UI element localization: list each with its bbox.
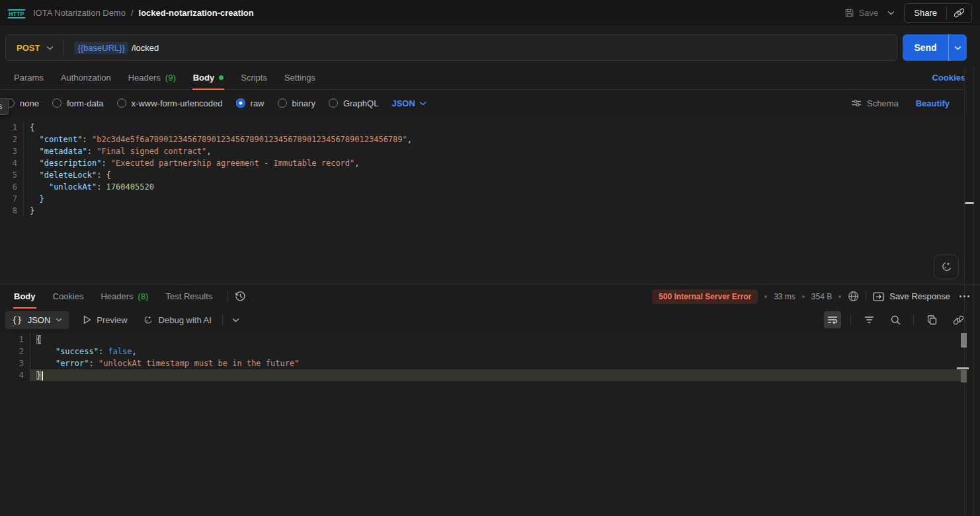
network-globe-icon[interactable] xyxy=(848,291,859,302)
line-content[interactable]: "description": "Executed partnership agr… xyxy=(24,157,964,169)
overview-ruler-strip xyxy=(957,367,969,369)
breadcrumb-collection[interactable]: IOTA Notarization Demo xyxy=(33,8,126,18)
send-button[interactable]: Send xyxy=(903,34,948,61)
beautify-button[interactable]: Beautify xyxy=(916,98,950,108)
status-badge[interactable]: 500 Internal Server Error xyxy=(652,289,758,304)
breadcrumb-separator: / xyxy=(131,8,134,18)
code-line[interactable]: 7 } xyxy=(0,193,964,205)
line-content[interactable]: { xyxy=(24,122,964,133)
panel-resize-handle[interactable] xyxy=(965,202,974,204)
save-options-chevron-icon[interactable] xyxy=(887,11,895,15)
response-history-icon[interactable] xyxy=(235,291,246,302)
tab-params[interactable]: Params xyxy=(5,66,52,89)
radio-raw[interactable] xyxy=(236,98,245,108)
method-selector[interactable]: POST xyxy=(6,43,46,53)
line-content[interactable]: } xyxy=(30,369,962,381)
more-tools-chevron-icon[interactable] xyxy=(232,318,239,322)
body-type-x-www-form-urlencoded[interactable]: x-www-form-urlencoded xyxy=(117,98,223,108)
code-line[interactable]: 6 "unlockAt": 1760405520 xyxy=(0,181,964,193)
response-time[interactable]: 33 ms xyxy=(774,292,796,301)
line-content[interactable]: "metadata": "Final signed contract", xyxy=(24,145,964,157)
body-type-form-data[interactable]: form-data xyxy=(52,98,104,108)
response-size[interactable]: 354 B xyxy=(811,292,832,301)
tab-scripts[interactable]: Scripts xyxy=(232,66,276,89)
method-url-divider xyxy=(63,40,63,55)
line-content[interactable]: "deleteLock": { xyxy=(24,169,964,181)
copy-icon[interactable] xyxy=(923,311,940,328)
more-actions-icon[interactable] xyxy=(960,295,969,297)
tab-body[interactable]: Body xyxy=(184,66,233,89)
filter-icon[interactable] xyxy=(860,311,878,328)
response-format-select[interactable]: {} JSON xyxy=(5,311,69,329)
tab-authorization[interactable]: Authorization xyxy=(52,66,120,89)
line-content[interactable]: { xyxy=(30,334,962,346)
response-tab-body[interactable]: Body xyxy=(5,285,44,308)
line-content[interactable]: "unlockAt": 1760405520 xyxy=(24,181,964,193)
response-tab-cookies[interactable]: Cookies xyxy=(44,285,93,308)
response-tab-headers[interactable]: Headers (8) xyxy=(92,285,157,308)
response-tab-headers-count: (8) xyxy=(138,291,149,301)
code-line[interactable]: 4 "description": "Executed partnership a… xyxy=(0,157,964,169)
breadcrumb-request-name[interactable]: locked-notarization-creation xyxy=(139,8,254,18)
line-number: 3 xyxy=(0,357,30,369)
copy-link-icon[interactable] xyxy=(947,4,971,22)
schema-button[interactable]: Schema xyxy=(851,98,899,108)
code-line[interactable]: 3 "metadata": "Final signed contract", xyxy=(0,145,964,157)
search-icon[interactable] xyxy=(887,311,904,328)
line-content[interactable]: } xyxy=(24,205,964,217)
tabs-divider xyxy=(227,291,228,302)
line-content[interactable]: "content": "b2c3d4e5f6a78901234567890123… xyxy=(24,133,964,145)
url-variable-chip[interactable]: {{baseURL}} xyxy=(74,42,128,54)
response-scrollbar-thumb[interactable] xyxy=(961,333,967,348)
tab-headers[interactable]: Headers (9) xyxy=(120,66,184,89)
body-type-binary[interactable]: binary xyxy=(278,98,315,108)
radio-graphql-label: GraphQL xyxy=(343,98,378,108)
code-line[interactable]: 4} xyxy=(0,369,962,381)
http-request-icon: HTTP xyxy=(8,6,25,20)
code-line[interactable]: 5 "deleteLock": { xyxy=(0,169,964,181)
body-type-none[interactable]: none xyxy=(5,98,39,108)
body-language-select[interactable]: JSON xyxy=(391,98,426,108)
code-line[interactable]: 2 "content": "b2c3d4e5f6a789012345678901… xyxy=(0,133,964,145)
line-content[interactable]: } xyxy=(24,193,964,205)
cookies-link[interactable]: Cookies xyxy=(932,73,965,83)
code-line[interactable]: 3 "error": "unlockAt timestamp must be i… xyxy=(0,357,962,369)
radio-x-www-form-urlencoded[interactable] xyxy=(117,98,126,108)
send-options-chevron-icon[interactable] xyxy=(948,34,967,61)
word-wrap-icon[interactable] xyxy=(824,311,841,328)
radio-form-data[interactable] xyxy=(52,98,61,108)
share-button[interactable]: Share xyxy=(905,4,946,22)
line-number: 5 xyxy=(0,169,24,181)
radio-binary[interactable] xyxy=(278,98,287,108)
line-number: 6 xyxy=(0,181,24,193)
response-body-editor[interactable]: 1{2 "success": false,3 "error": "unlockA… xyxy=(0,332,962,516)
request-tabs: Params Authorization Headers (9) Body Sc… xyxy=(0,66,964,90)
text-cursor xyxy=(42,371,43,381)
save-response-button[interactable]: Save Response xyxy=(873,291,950,301)
preview-label: Preview xyxy=(97,315,127,325)
url-input[interactable]: /locked xyxy=(132,43,159,53)
code-line[interactable]: 2 "success": false, xyxy=(0,346,962,357)
method-chevron-icon[interactable] xyxy=(46,46,54,50)
response-status-zone: 500 Internal Server Error 33 ms 354 B Sa… xyxy=(652,289,980,304)
line-number: 2 xyxy=(0,346,30,357)
code-line[interactable]: 1{ xyxy=(0,122,964,133)
body-type-graphql[interactable]: GraphQL xyxy=(329,98,378,108)
line-content[interactable]: "success": false, xyxy=(30,346,962,357)
body-type-raw[interactable]: raw xyxy=(236,98,265,108)
radio-graphql[interactable] xyxy=(329,98,338,108)
save-icon xyxy=(844,8,854,18)
request-body-editor[interactable]: 1{2 "content": "b2c3d4e5f6a7890123456789… xyxy=(0,116,964,284)
debug-with-ai-button[interactable]: Debug with AI xyxy=(142,314,212,326)
preview-button[interactable]: Preview xyxy=(83,315,127,325)
link-icon[interactable] xyxy=(950,311,967,328)
save-button[interactable]: Save xyxy=(844,8,879,18)
postbot-ai-button[interactable] xyxy=(934,254,959,279)
tab-settings[interactable]: Settings xyxy=(276,66,324,89)
line-content[interactable]: "error": "unlockAt timestamp must be in … xyxy=(30,357,962,369)
response-tab-test-results[interactable]: Test Results xyxy=(157,285,222,308)
code-line[interactable]: 1{ xyxy=(0,334,962,346)
code-line[interactable]: 8} xyxy=(0,205,964,217)
braces-icon: {} xyxy=(12,315,22,325)
response-tab-body-label: Body xyxy=(14,291,36,301)
